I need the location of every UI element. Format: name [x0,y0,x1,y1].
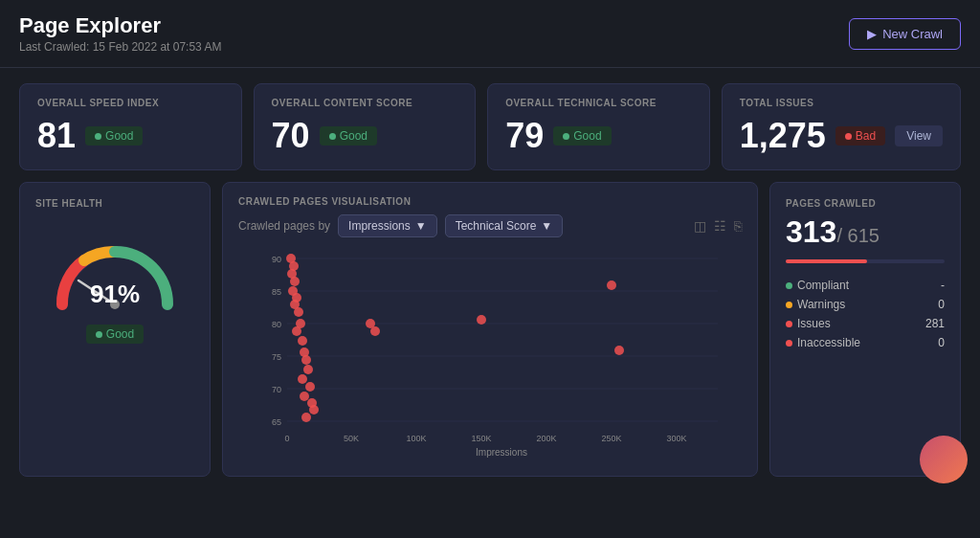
svg-point-36 [298,374,307,384]
visualisation-card: CRAWLED PAGES VISUALISATION Crawled page… [222,182,758,477]
table-icon[interactable]: ☷ [714,218,726,234]
speed-index-value-row: 81 Good [37,116,224,156]
svg-point-38 [300,392,309,401]
technical-score-dropdown[interactable]: Technical Score ▼ [445,214,564,237]
pages-crawled-label: PAGES CRAWLED [786,198,945,209]
bottom-section: SITE HEALTH 91% G [0,182,980,488]
viz-controls: Crawled pages by Impressions ▼ Technical… [238,214,742,237]
total-issues-value-row: 1,275 Bad View [740,116,943,156]
scatter-chart: 90 85 80 75 70 65 0 50K 100K 150K 200K [238,245,742,465]
speed-index-label: OVERALL SPEED INDEX [37,98,224,108]
svg-text:90: 90 [272,255,281,264]
last-crawled-text: Last Crawled: 15 Feb 2022 at 07:53 AM [19,40,221,54]
warnings-dot [786,302,792,308]
play-icon: ▶ [867,27,877,41]
content-score-dot [329,133,336,140]
svg-text:250K: 250K [601,434,621,443]
content-score-value: 70 [272,116,310,156]
technical-score-dot [563,133,569,140]
stat-inaccessible: Inaccessible 0 [786,336,945,349]
svg-text:80: 80 [272,320,281,329]
issues-dot [786,321,792,327]
stat-issues: Issues 281 [786,317,945,330]
svg-text:65: 65 [272,417,281,427]
svg-text:85: 85 [272,287,281,297]
svg-point-40 [309,405,319,415]
svg-text:70: 70 [272,385,281,394]
svg-text:75: 75 [272,352,281,362]
svg-point-31 [292,326,301,336]
view-issues-button[interactable]: View [895,125,943,146]
total-issues-dot [845,133,852,140]
total-issues-label: TOTAL ISSUES [740,98,943,108]
content-score-label: OVERALL CONTENT SCORE [272,98,458,108]
svg-point-35 [303,365,313,374]
svg-text:Impressions: Impressions [476,447,527,458]
svg-text:0: 0 [284,434,289,443]
page-title: Page Explorer [19,13,221,38]
stat-warnings: Warnings 0 [786,298,945,311]
svg-text:100K: 100K [406,434,426,443]
gauge-container: 91% [48,228,182,309]
site-health-dot [96,331,102,338]
content-score-card: OVERALL CONTENT SCORE 70 Good [254,83,477,170]
header-left: Page Explorer Last Crawled: 15 Feb 2022 … [19,13,221,54]
site-health-badge: Good [86,325,144,344]
svg-point-37 [305,382,315,392]
svg-text:300K: 300K [666,434,686,443]
pages-progress-bar [786,259,945,263]
technical-score-value: 79 [505,116,544,156]
viz-icon-group: ◫ ☷ ⎘ [694,218,742,234]
speed-index-card: OVERALL SPEED INDEX 81 Good [19,83,242,170]
speed-index-value: 81 [37,116,76,156]
total-issues-value: 1,275 [740,116,826,156]
technical-score-label: OVERALL TECHNICAL SCORE [505,98,692,108]
svg-point-45 [607,280,616,290]
compliant-dot [786,282,792,289]
gauge-percent: 91% [90,280,140,309]
new-crawl-button[interactable]: ▶ New Crawl [849,18,961,50]
svg-point-44 [477,315,486,325]
pages-progress-fill [786,259,867,263]
content-score-value-row: 70 Good [272,116,458,156]
svg-point-46 [614,346,624,355]
viz-title: CRAWLED PAGES VISUALISATION [238,196,742,207]
pages-stats: Compliant - Warnings 0 Issues 281 [786,279,945,349]
chevron-down-icon-2: ▼ [541,219,552,233]
svg-text:50K: 50K [344,434,359,443]
svg-point-34 [301,355,311,365]
technical-score-badge: Good [553,126,611,146]
inaccessible-dot [786,340,792,347]
metrics-row: OVERALL SPEED INDEX 81 Good OVERALL CONT… [0,68,980,182]
svg-text:200K: 200K [536,434,556,443]
site-health-card: SITE HEALTH 91% G [19,182,211,477]
chart-area: 90 85 80 75 70 65 0 50K 100K 150K 200K [238,245,742,465]
avatar [920,436,968,483]
total-issues-badge: Bad [835,126,885,146]
download-icon[interactable]: ⎘ [734,218,742,234]
total-issues-card: TOTAL ISSUES 1,275 Bad View [722,83,961,170]
speed-index-dot [95,133,101,140]
technical-score-card: OVERALL TECHNICAL SCORE 79 Good [487,83,710,170]
svg-point-25 [290,277,300,286]
stat-compliant: Compliant - [786,279,945,292]
chevron-down-icon: ▼ [415,219,427,233]
svg-point-41 [301,413,311,422]
svg-text:150K: 150K [471,434,491,443]
speed-index-badge: Good [85,126,143,146]
site-health-label: SITE HEALTH [35,198,102,209]
svg-point-32 [298,336,307,346]
pages-crawled-card: PAGES CRAWLED 313/ 615 Compliant - Warni… [769,182,961,477]
svg-point-29 [294,307,303,317]
content-score-badge: Good [320,126,377,146]
impressions-dropdown[interactable]: Impressions ▼ [338,214,437,237]
crawled-by-label: Crawled pages by [238,219,330,233]
pages-crawled-count: 313/ 615 [786,214,945,250]
gauge-center: 91% [90,280,140,309]
page-header: Page Explorer Last Crawled: 15 Feb 2022 … [0,0,980,68]
svg-point-43 [370,326,380,336]
technical-score-value-row: 79 Good [505,116,692,156]
grid-icon[interactable]: ◫ [694,218,706,234]
